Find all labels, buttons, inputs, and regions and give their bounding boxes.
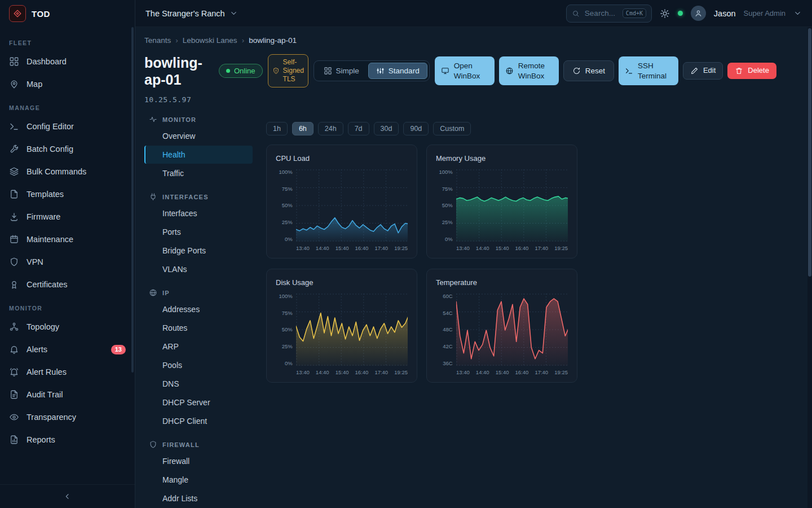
sidebar-item-firmware[interactable]: Firmware [0,205,135,228]
time-range-90d[interactable]: 90d [403,122,429,135]
x-tick-label: 14:40 [476,245,489,251]
globe-icon [505,67,514,75]
sidebar-item-vpn[interactable]: VPN [0,251,135,273]
subnav-item-addresses[interactable]: Addresses [144,300,253,318]
sidebar-item-label: Topology [27,322,59,331]
diamond-icon [12,8,23,19]
breadcrumb-item-lebowski-lanes[interactable]: Lebowski Lanes [183,36,237,45]
x-tick-label: 17:40 [374,369,388,375]
sidebar-item-bulk-commands[interactable]: Bulk Commands [0,160,135,183]
sidebar-item-maintenance[interactable]: Maintenance [0,228,135,251]
sidebar-item-batch-config[interactable]: Batch Config [0,138,135,160]
x-tick-label: 19:25 [394,245,408,251]
tls-warning-label: Self-Signed TLS [283,58,304,84]
subnav-item-addr-lists[interactable]: Addr Lists [144,489,253,507]
user-avatar[interactable] [691,6,706,21]
subnav-item-dns[interactable]: DNS [144,375,253,393]
subnav-item-firewall[interactable]: Firewall [144,452,253,470]
ssh-terminal-button[interactable]: SSH Terminal [619,56,678,85]
nav-section-label: MANAGE [9,104,126,111]
search-input[interactable] [584,8,619,18]
sidebar-item-topology[interactable]: Topology [0,316,135,338]
document-icon [9,389,19,400]
window-scrollbar-thumb[interactable] [808,28,811,277]
sidebar-item-label: Reports [27,435,55,444]
nav-section-label: MONITOR [9,305,126,312]
tenant-selector[interactable]: The Stranger's Ranch [145,9,238,18]
sidebar-scrollbar[interactable] [131,27,134,373]
time-range-1h[interactable]: 1h [266,122,288,135]
sidebar-item-transparency[interactable]: Transparency [0,406,135,428]
sidebar-item-alerts[interactable]: Alerts13 [0,338,135,361]
app-logo[interactable]: TOD [0,0,135,27]
sidebar-item-map[interactable]: Map [0,73,135,95]
sidebar-item-audit-trail[interactable]: Audit Trail [0,383,135,406]
subnav-item-dhcp-client[interactable]: DHCP Client [144,412,253,430]
subnav-item-ports[interactable]: Ports [144,223,253,241]
sidebar-item-certificates[interactable]: Certificates [0,273,135,296]
sidebar-item-templates[interactable]: Templates [0,183,135,205]
view-mode-standard[interactable]: Standard [368,63,427,79]
file-icon [9,189,19,199]
subnav-item-pools[interactable]: Pools [144,356,253,374]
y-tick-label: 100% [439,169,452,175]
x-tick-label: 19:25 [394,369,408,375]
view-mode-simple[interactable]: Simple [316,63,367,79]
status-label: Online [234,67,255,75]
nav-section-monitor: MONITORTopologyAlerts13Alert RulesAudit … [0,305,135,451]
breadcrumb-item-bowling-ap-01: bowling-ap-01 [249,36,297,45]
remote-winbox-button[interactable]: Remote WinBox [499,56,559,85]
time-range-custom[interactable]: Custom [433,122,471,135]
edit-button[interactable]: Edit [683,62,723,80]
grid-icon [324,67,332,75]
chart-plot [456,169,568,242]
subnav-item-arp[interactable]: ARP [144,338,253,356]
x-tick-label: 16:40 [515,369,529,375]
subnav-item-bridge-ports[interactable]: Bridge Ports [144,242,253,260]
sidebar-item-config-editor[interactable]: Config Editor [0,115,135,138]
subnav-group-ip: IPAddressesRoutesARPPoolsDNSDHCP ServerD… [144,288,253,430]
charts-panel: 1h6h24h7d30d90dCustom CPU Load100%75%50%… [253,114,798,383]
subnav-group-label: INTERFACES [149,192,253,201]
layers-icon [9,167,19,177]
shield-icon [149,440,157,449]
x-tick-label: 14:40 [316,369,329,375]
sidebar-collapse-button[interactable] [0,484,135,508]
sidebar-item-dashboard[interactable]: Dashboard [0,50,135,73]
topbar-right: Cmd+K Jason Super Admin [566,5,802,23]
time-range-7d[interactable]: 7d [348,122,369,135]
nav-section-manage: MANAGEConfig EditorBatch ConfigBulk Comm… [0,104,135,296]
nav-section-label: FLEET [9,40,126,46]
subnav-item-dhcp-server[interactable]: DHCP Server [144,393,253,411]
sidebar-item-alert-rules[interactable]: Alert Rules [0,361,135,383]
open-winbox-button[interactable]: Open WinBox [435,56,495,85]
subnav-item-routes[interactable]: Routes [144,319,253,337]
reset-button[interactable]: Reset [563,60,614,82]
device-ip: 10.25.5.97 [144,95,204,104]
subnav-item-interfaces[interactable]: Interfaces [144,204,253,222]
subnav-item-vlans[interactable]: VLANs [144,260,253,278]
sidebar-item-reports[interactable]: Reports [0,428,135,451]
subnav-item-overview[interactable]: Overview [144,127,253,145]
sidebar-nav: FLEETDashboardMapMANAGEConfig EditorBatc… [0,27,135,484]
search-box[interactable]: Cmd+K [566,5,652,23]
breadcrumb-item-tenants[interactable]: Tenants [144,36,171,45]
subnav-group-title: FIREWALL [162,441,200,448]
globe-icon [149,288,157,297]
delete-button[interactable]: Delete [727,63,776,79]
time-range-30d[interactable]: 30d [374,122,399,135]
subnav-item-health[interactable]: Health [144,146,253,164]
device-subnav: MONITOROverviewHealthTrafficINTERFACESIn… [144,114,253,508]
sidebar-item-label: Certificates [27,280,68,289]
time-range-24h[interactable]: 24h [318,122,343,135]
window-scrollbar[interactable] [807,27,812,508]
tls-warning-badge: Self-Signed TLS [268,54,308,87]
sun-icon[interactable] [660,8,670,19]
calendar-icon [9,234,19,244]
chart-body: 100%75%50%25%0% [276,294,408,366]
subnav-item-mangle[interactable]: Mangle [144,471,253,489]
chevron-down-icon[interactable] [793,9,802,17]
chevron-down-icon [230,9,238,17]
time-range-6h[interactable]: 6h [292,122,314,135]
subnav-item-traffic[interactable]: Traffic [144,164,253,182]
